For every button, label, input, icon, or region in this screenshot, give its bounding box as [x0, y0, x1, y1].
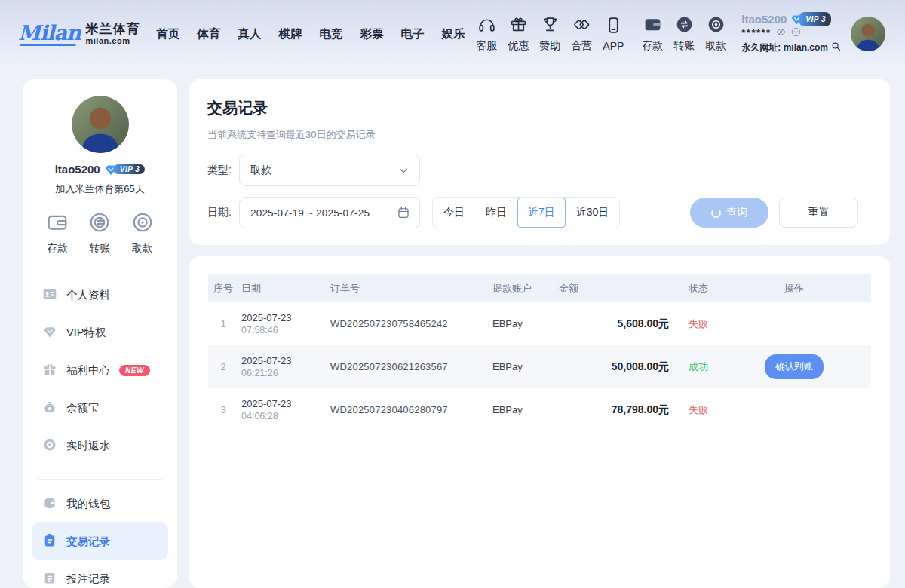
transfer-icon [675, 15, 694, 37]
range-yesterday[interactable]: 昨日 [475, 198, 517, 228]
col-account: 提款账户 [489, 282, 556, 296]
col-order: 订单号 [327, 282, 489, 296]
brand-logo-script: Milan [18, 21, 81, 47]
page-title: 交易记录 [207, 98, 872, 118]
tags-icon [572, 15, 591, 37]
join-days-text: 加入米兰体育第65天 [32, 182, 168, 196]
divider [38, 479, 162, 480]
sidebar-withdraw-button[interactable]: 取款 [131, 211, 154, 256]
table-header-row: 序号 日期 订单号 提款账户 金额 状态 操作 [208, 274, 871, 302]
sidebar-item-bets[interactable]: 投注记录 [32, 560, 168, 588]
nav-home[interactable]: 首页 [154, 22, 183, 47]
brand-logo-cn: 米兰体育 [86, 23, 140, 37]
row-datetime: 2025-07-23 04:06:28 [238, 397, 327, 423]
sidebar-item-welfare[interactable]: 福利中心 NEW [32, 351, 168, 389]
partner-button[interactable]: 合营 [566, 15, 597, 53]
range-today[interactable]: 今日 [433, 198, 475, 228]
transaction-record-icon [42, 533, 57, 550]
nav-chess[interactable]: 棋牌 [276, 22, 305, 47]
avatar[interactable] [851, 17, 885, 51]
magnifier-icon[interactable] [830, 41, 842, 56]
bet-record-icon [42, 571, 57, 588]
user-info: ltao5200 VIP 3 ****** 永久网址: milan.com [741, 13, 842, 56]
page-subtitle: 当前系统支持查询最近30日的交易记录 [207, 128, 872, 142]
sidebar-item-wallet[interactable]: 我的钱包 [32, 485, 168, 522]
gift-box-icon [42, 362, 57, 379]
date-range-input[interactable]: 2025-07-19 ~ 2025-07-25 [239, 197, 420, 228]
withdraw-button[interactable]: 取款 [701, 15, 731, 53]
new-badge: NEW [119, 365, 150, 376]
nav-esports[interactable]: 电竞 [317, 22, 346, 47]
eye-off-icon[interactable] [775, 26, 787, 40]
masked-balance: ****** [741, 26, 771, 39]
sidebar-vip-badge: VIP 3 [104, 164, 146, 175]
nav-casino[interactable]: 娱乐 [439, 22, 468, 47]
id-card-icon [42, 286, 57, 304]
col-action: 操作 [758, 282, 830, 296]
trophy-icon [541, 15, 560, 37]
sidebar-item-profile[interactable]: 个人资料 [32, 276, 168, 314]
withdraw-outline-icon [131, 211, 154, 237]
promo-button[interactable]: 优惠 [503, 15, 533, 53]
type-label: 类型: [207, 164, 239, 177]
nav-live[interactable]: 真人 [235, 22, 265, 47]
row-datetime: 2025-07-23 07:58:46 [238, 311, 327, 337]
sidebar-transfer-button[interactable]: 转账 [88, 211, 111, 256]
row-status: 失败 [675, 403, 758, 417]
wallet-icon [643, 15, 662, 37]
vip-badge: VIP 3 [790, 14, 831, 25]
sidebar: ltao5200 VIP 3 加入米兰体育第65天 存款 转账 取款 [23, 79, 177, 588]
profile-avatar[interactable] [72, 96, 129, 153]
brand-logo[interactable]: Milan 米兰体育 milan.com [18, 21, 140, 47]
row-no: 2 [208, 361, 238, 372]
date-range-presets: 今日 昨日 近7日 近30日 [432, 197, 620, 228]
headset-icon [477, 15, 496, 37]
money-bag-icon [42, 400, 57, 417]
username[interactable]: ltao5200 [741, 13, 787, 26]
records-table: 序号 日期 订单号 提款账户 金额 状态 操作 1 2025-07-23 07:… [189, 256, 890, 588]
nav-sports[interactable]: 体育 [195, 22, 224, 47]
chevron-down-icon [397, 164, 410, 177]
row-order-no: WD202507230621263567 [327, 361, 489, 372]
row-order-no: WD202507230406280797 [327, 404, 489, 415]
sidebar-deposit-button[interactable]: 存款 [46, 211, 69, 256]
nav-lottery[interactable]: 彩票 [357, 22, 387, 47]
range-30days[interactable]: 近30日 [566, 198, 620, 228]
row-account: EBPay [489, 361, 556, 372]
row-status: 失败 [675, 317, 758, 331]
main-content: 交易记录 当前系统支持查询最近30日的交易记录 类型: 取款 日期: 2025-… [189, 79, 890, 588]
app-button[interactable]: APP [598, 16, 628, 52]
col-no: 序号 [208, 282, 238, 296]
loading-spinner-icon [711, 208, 721, 218]
row-account: EBPay [489, 404, 556, 415]
transfer-outline-icon [88, 211, 111, 237]
refresh-circle-icon[interactable] [790, 26, 802, 40]
sidebar-item-rebate[interactable]: 实时返水 [32, 427, 168, 464]
service-button[interactable]: 客服 [471, 15, 502, 53]
brand-logo-domain: milan.com [86, 36, 140, 45]
sponsor-button[interactable]: 赞助 [535, 15, 565, 53]
rebate-icon [42, 437, 57, 455]
query-button[interactable]: 查询 [690, 198, 768, 228]
deposit-button[interactable]: 存款 [637, 15, 667, 53]
phone-icon [604, 16, 623, 38]
reset-button[interactable]: 重置 [779, 198, 858, 228]
transfer-button[interactable]: 转账 [669, 15, 699, 53]
table-row: 2 2025-07-23 06:21:26 WD2025072306212635… [208, 345, 871, 388]
type-select[interactable]: 取款 [239, 155, 420, 186]
row-datetime: 2025-07-23 06:21:26 [238, 354, 327, 380]
withdraw-icon [707, 15, 726, 37]
sidebar-item-yuebao[interactable]: 余额宝 [32, 389, 168, 427]
gift-icon [509, 15, 528, 37]
confirm-received-button[interactable]: 确认到账 [765, 354, 824, 379]
nav-slots[interactable]: 电子 [398, 22, 428, 47]
top-header: Milan 米兰体育 milan.com 首页 体育 真人 棋牌 电竞 彩票 电… [0, 0, 905, 68]
sidebar-item-vip[interactable]: VIP特权 [32, 314, 168, 351]
range-7days[interactable]: 近7日 [517, 198, 566, 228]
sidebar-item-transactions[interactable]: 交易记录 [32, 522, 168, 560]
row-amount: 50,008.00元 [556, 360, 675, 374]
row-amount: 78,798.00元 [556, 403, 675, 417]
filter-panel: 交易记录 当前系统支持查询最近30日的交易记录 类型: 取款 日期: 2025-… [189, 79, 890, 245]
table-row: 3 2025-07-23 04:06:28 WD2025072304062807… [208, 388, 871, 431]
calendar-icon [397, 206, 410, 219]
